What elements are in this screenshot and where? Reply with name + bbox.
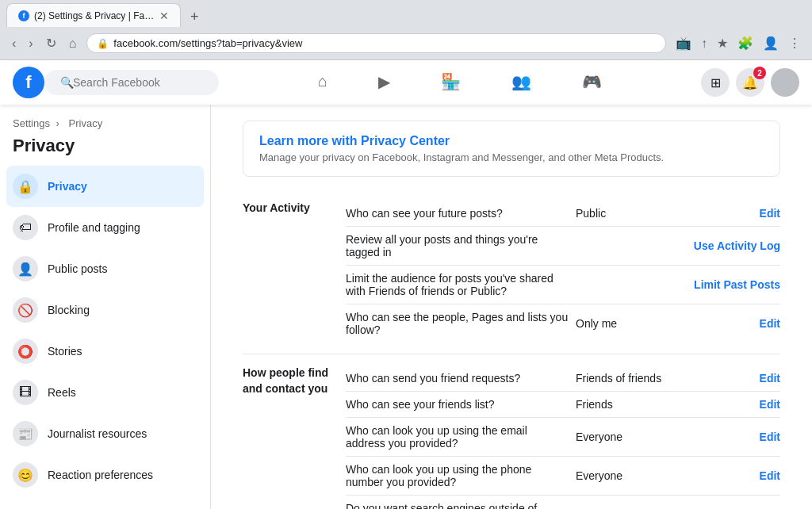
search-icon: 🔍 bbox=[60, 76, 74, 89]
apps-button[interactable]: ⊞ bbox=[701, 68, 730, 97]
friends-list-question: Who can see your friends list? bbox=[346, 398, 569, 411]
follow-list-value: Only me bbox=[576, 317, 679, 330]
browser-bar: ‹ › ↻ ⌂ 🔒 facebook.com/settings?tab=priv… bbox=[0, 27, 812, 60]
banner-title: Learn more with Privacy Center bbox=[259, 134, 764, 148]
sidebar-item-journalist[interactable]: 📰 Journalist resources bbox=[6, 413, 204, 454]
future-posts-value: Public bbox=[576, 207, 679, 220]
sidebar: Settings › Privacy Privacy 🔒 Privacy 🏷 P… bbox=[0, 105, 211, 509]
address-bar[interactable]: 🔒 facebook.com/settings?tab=privacy&view bbox=[86, 33, 666, 53]
future-posts-action: Edit bbox=[685, 207, 780, 220]
close-tab-button[interactable]: ✕ bbox=[159, 10, 169, 22]
activity-log-action: Use Activity Log bbox=[685, 239, 780, 252]
email-lookup-setting: Who can look you up using the email addr… bbox=[346, 418, 780, 457]
profile-button[interactable]: 👤 bbox=[760, 33, 782, 54]
reels-icon: 🎞 bbox=[13, 380, 38, 405]
your-activity-label: Your Activity bbox=[243, 201, 346, 216]
avatar[interactable] bbox=[771, 68, 799, 97]
privacy-icon: 🔒 bbox=[13, 174, 38, 199]
breadcrumb: Settings › Privacy bbox=[6, 111, 204, 132]
use-activity-log-button[interactable]: Use Activity Log bbox=[694, 239, 780, 252]
new-tab-button[interactable]: + bbox=[186, 7, 204, 27]
activity-log-question: Review all your posts and things you're … bbox=[346, 233, 569, 258]
home-button[interactable]: ⌂ bbox=[65, 35, 81, 52]
nav-groups-button[interactable]: 👥 bbox=[489, 66, 553, 100]
sidebar-title: Privacy bbox=[6, 132, 204, 166]
lock-icon: 🔒 bbox=[97, 38, 109, 49]
content-area: Learn more with Privacy Center Manage yo… bbox=[211, 105, 812, 509]
email-lookup-edit-button[interactable]: Edit bbox=[760, 431, 780, 443]
follow-list-edit-button[interactable]: Edit bbox=[760, 317, 780, 330]
bookmark-button[interactable]: ★ bbox=[714, 33, 731, 54]
cast-button[interactable]: 📺 bbox=[672, 33, 695, 54]
public-posts-icon: 👤 bbox=[13, 256, 38, 281]
how-people-find-items: Who can send you friend requests? Friend… bbox=[346, 365, 780, 509]
sidebar-item-public-posts[interactable]: 👤 Public posts bbox=[6, 248, 204, 289]
friends-list-action: Edit bbox=[685, 398, 780, 411]
notification-badge: 2 bbox=[753, 67, 766, 79]
facebook-header: f 🔍 ⌂ ▶ 🏪 👥 🎮 ⊞ 🔔 2 bbox=[0, 60, 812, 105]
follow-list-action: Edit bbox=[685, 317, 780, 330]
email-lookup-question: Who can look you up using the email addr… bbox=[346, 424, 569, 450]
stories-icon: ⭕ bbox=[13, 339, 38, 364]
sidebar-item-reels[interactable]: 🎞 Reels bbox=[6, 372, 204, 413]
notification-button[interactable]: 🔔 2 bbox=[736, 68, 764, 97]
profile-tagging-icon: 🏷 bbox=[13, 215, 38, 240]
how-people-find-section: How people find and contact you Who can … bbox=[243, 354, 780, 509]
tab-favicon: f bbox=[18, 10, 29, 21]
breadcrumb-settings[interactable]: Settings bbox=[13, 117, 50, 129]
nav-gaming-button[interactable]: 🎮 bbox=[560, 66, 624, 100]
forward-button[interactable]: › bbox=[25, 35, 36, 52]
nav-home-button[interactable]: ⌂ bbox=[296, 66, 350, 100]
blocking-icon: 🚫 bbox=[13, 297, 38, 323]
browser-actions: 📺 ↑ ★ 🧩 👤 ⋮ bbox=[672, 33, 804, 54]
friend-requests-edit-button[interactable]: Edit bbox=[760, 372, 780, 385]
sidebar-item-reaction[interactable]: 😊 Reaction preferences bbox=[6, 454, 204, 496]
main-nav: ⌂ ▶ 🏪 👥 🎮 bbox=[219, 66, 701, 100]
facebook-logo[interactable]: f bbox=[13, 67, 44, 98]
share-button[interactable]: ↑ bbox=[698, 33, 710, 54]
search-engines-question: Do you want search engines outside of Fa… bbox=[346, 502, 569, 509]
future-posts-edit-button[interactable]: Edit bbox=[760, 207, 780, 220]
sidebar-item-label-journalist: Journalist resources bbox=[48, 427, 147, 440]
phone-lookup-setting: Who can look you up using the phone numb… bbox=[346, 457, 780, 496]
sidebar-item-profile-tagging[interactable]: 🏷 Profile and tagging bbox=[6, 207, 204, 248]
friends-list-edit-button[interactable]: Edit bbox=[760, 398, 780, 411]
sidebar-item-label-profile: Profile and tagging bbox=[48, 221, 140, 234]
privacy-center-banner: Learn more with Privacy Center Manage yo… bbox=[243, 121, 780, 177]
browser-controls: ‹ › ↻ ⌂ bbox=[8, 34, 80, 52]
limit-past-posts-button[interactable]: Limit Past Posts bbox=[694, 278, 780, 291]
friend-requests-value: Friends of friends bbox=[576, 372, 679, 385]
back-button[interactable]: ‹ bbox=[8, 35, 20, 52]
how-people-find-label: How people find and contact you bbox=[243, 365, 346, 396]
search-engines-setting: Do you want search engines outside of Fa… bbox=[346, 496, 780, 509]
email-lookup-action: Edit bbox=[685, 431, 780, 443]
phone-lookup-value: Everyone bbox=[576, 469, 679, 482]
sidebar-item-label-public: Public posts bbox=[48, 262, 107, 275]
your-activity-items: Who can see your future posts? Public Ed… bbox=[346, 201, 780, 343]
friend-requests-setting: Who can send you friend requests? Friend… bbox=[346, 365, 780, 392]
more-button[interactable]: ⋮ bbox=[785, 33, 804, 54]
sidebar-item-label-reaction: Reaction preferences bbox=[48, 469, 153, 481]
sidebar-item-blocking[interactable]: 🚫 Blocking bbox=[6, 289, 204, 331]
tab-title: (2) Settings & Privacy | Faceb... bbox=[34, 10, 155, 21]
friend-requests-action: Edit bbox=[685, 372, 780, 385]
sidebar-item-label-reels: Reels bbox=[48, 386, 76, 399]
friends-list-value: Friends bbox=[576, 398, 679, 411]
phone-lookup-edit-button[interactable]: Edit bbox=[760, 469, 780, 482]
limit-audience-question: Limit the audience for posts you've shar… bbox=[346, 272, 569, 297]
header-actions: ⊞ 🔔 2 bbox=[701, 68, 799, 97]
extension-button[interactable]: 🧩 bbox=[734, 33, 756, 54]
breadcrumb-privacy: Privacy bbox=[69, 117, 103, 129]
active-tab[interactable]: f (2) Settings & Privacy | Faceb... ✕ bbox=[6, 3, 181, 27]
search-wrapper: 🔍 bbox=[44, 70, 219, 95]
sidebar-item-stories[interactable]: ⭕ Stories bbox=[6, 331, 204, 372]
nav-marketplace-button[interactable]: 🏪 bbox=[419, 66, 483, 100]
friend-requests-question: Who can send you friend requests? bbox=[346, 372, 569, 385]
sidebar-item-privacy[interactable]: 🔒 Privacy bbox=[6, 166, 204, 207]
sidebar-item-label-privacy: Privacy bbox=[48, 180, 87, 193]
nav-watch-button[interactable]: ▶ bbox=[356, 66, 412, 100]
phone-lookup-question: Who can look you up using the phone numb… bbox=[346, 463, 569, 488]
url-text: facebook.com/settings?tab=privacy&view bbox=[113, 37, 302, 49]
how-people-find-row: How people find and contact you Who can … bbox=[243, 354, 780, 509]
refresh-button[interactable]: ↻ bbox=[42, 34, 60, 52]
